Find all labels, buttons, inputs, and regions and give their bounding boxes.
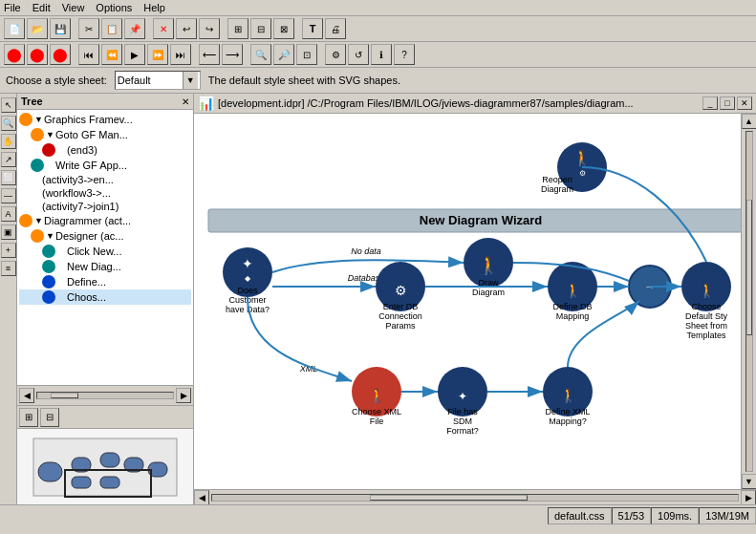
select-tool[interactable]: ↖: [1, 97, 16, 113]
stylesheet-select[interactable]: Default ▼: [115, 71, 201, 90]
refresh-button[interactable]: ↺: [348, 44, 369, 65]
expand-tool[interactable]: +: [1, 243, 16, 258]
tree-item[interactable]: (end3): [19, 142, 191, 158]
tree-item[interactable]: (activity3->en...: [19, 173, 191, 186]
open-button[interactable]: 📂: [27, 18, 48, 39]
step-fwd-button[interactable]: ⟶: [222, 44, 243, 65]
diagram-controls: _ □ ✕: [702, 96, 752, 110]
layout-button[interactable]: ⊟: [250, 18, 271, 39]
stop-button[interactable]: ⬤: [4, 44, 25, 65]
thumbnail-svg: [29, 434, 182, 501]
zoom-out-button[interactable]: 🔎: [273, 44, 294, 65]
tree-item[interactable]: ▼ Goto GF Man...: [19, 127, 191, 142]
zoom-tool[interactable]: 🔍: [1, 116, 16, 131]
tree-node-icon: [42, 275, 55, 288]
copy-button[interactable]: 📋: [101, 18, 122, 39]
diagram-area: 📊 [development.idpr] /C:/Program Files/I…: [194, 94, 756, 504]
tree-scroll-bar: ◀ ▶: [17, 385, 193, 405]
tree-item-label: Choos...: [67, 291, 106, 303]
tree-item[interactable]: (activity7->join1): [19, 200, 191, 213]
tree-close-button[interactable]: ✕: [182, 96, 189, 107]
tree-item[interactable]: Click New...: [19, 244, 191, 259]
prop-tool[interactable]: ≡: [1, 261, 16, 276]
link-tool[interactable]: —: [1, 188, 16, 203]
undo-button[interactable]: ↩: [176, 18, 197, 39]
expand-icon[interactable]: ▼: [34, 115, 44, 124]
expand-icon[interactable]: ▼: [34, 216, 44, 225]
menu-options[interactable]: Options: [96, 2, 132, 13]
tree-item[interactable]: Write GF App...: [19, 158, 191, 173]
stop2-button[interactable]: ⬤: [50, 44, 71, 65]
vscroll-down[interactable]: ▼: [742, 474, 757, 489]
tree-item-label: New Diag...: [67, 261, 121, 272]
new-button[interactable]: 📄: [4, 18, 25, 39]
text-tool[interactable]: A: [1, 206, 16, 222]
tree-item[interactable]: ▼ Graphics Framev...: [19, 112, 191, 127]
tree-scroll-right[interactable]: ▶: [176, 388, 191, 403]
svg-text:✦: ✦: [458, 390, 467, 403]
tree-collapse-all[interactable]: ⊟: [40, 408, 59, 427]
rewind-button[interactable]: ⏪: [101, 44, 122, 65]
tree-item[interactable]: Define...: [19, 274, 191, 289]
cut-button[interactable]: ✂: [78, 18, 99, 39]
zoom-in-button[interactable]: 🔍: [250, 44, 271, 65]
vscroll-thumb[interactable]: [746, 200, 752, 335]
diagram-minimize[interactable]: _: [702, 96, 718, 110]
hscroll-left[interactable]: ◀: [194, 490, 209, 505]
save-button[interactable]: 💾: [50, 18, 71, 39]
delete-button[interactable]: ✕: [153, 18, 174, 39]
paste-button[interactable]: 📌: [124, 18, 145, 39]
next-button[interactable]: ⏭: [170, 44, 191, 65]
hscroll-track[interactable]: [211, 494, 739, 502]
enter-db-label2: Connection: [378, 311, 422, 321]
vscroll-track[interactable]: [745, 131, 753, 472]
step-back-button[interactable]: ⟵: [199, 44, 220, 65]
tree-item[interactable]: ▼ Designer (ac...: [19, 228, 191, 244]
align-button[interactable]: ⊞: [227, 18, 248, 39]
help-btn[interactable]: ?: [394, 44, 415, 65]
diagram-title-text: [development.idpr] /C:/Program Files/IBM…: [218, 97, 634, 109]
expand-icon[interactable]: ▼: [46, 231, 55, 241]
menu-edit[interactable]: Edit: [32, 2, 51, 13]
diagram-close[interactable]: ✕: [737, 96, 752, 110]
prev-button[interactable]: ⏮: [78, 44, 99, 65]
hscroll-thumb[interactable]: [370, 495, 528, 501]
file-sdm-label2: SDM: [453, 417, 472, 426]
expand-icon[interactable]: ▼: [46, 130, 55, 139]
tree-item[interactable]: New Diag...: [19, 259, 191, 274]
play-button[interactable]: ▶: [124, 44, 145, 65]
record-button[interactable]: ⬤: [27, 44, 48, 65]
diagram-canvas[interactable]: 🚶 ⚙ Reopen Diagram New Diagram Wizard ✦: [194, 114, 741, 489]
redo-button[interactable]: ↪: [199, 18, 220, 39]
text-button[interactable]: T: [302, 18, 323, 39]
diagram-titlebar: 📊 [development.idpr] /C:/Program Files/I…: [194, 94, 756, 114]
diagram-maximize[interactable]: □: [720, 96, 735, 110]
print-button[interactable]: 🖨: [325, 18, 346, 39]
tree-item[interactable]: Choos...: [19, 289, 191, 305]
stylesheet-dropdown-arrow[interactable]: ▼: [183, 72, 198, 89]
info-button[interactable]: ℹ: [371, 44, 392, 65]
settings-button[interactable]: ⚙: [325, 44, 346, 65]
tree-content: ▼ Graphics Framev... ▼ Goto GF Man... (e…: [17, 110, 193, 385]
vscroll-up[interactable]: ▲: [742, 114, 757, 129]
tree-item[interactable]: (workflow3->...: [19, 186, 191, 200]
forward-button[interactable]: ⏩: [147, 44, 168, 65]
node-tool[interactable]: ⬜: [1, 170, 16, 185]
menu-help[interactable]: Help: [143, 2, 165, 13]
thumbnail-canvas[interactable]: [17, 429, 193, 504]
tree-scroll-left[interactable]: ◀: [19, 388, 34, 403]
zoom-fit-button[interactable]: ⊠: [273, 18, 294, 39]
fit-page-button[interactable]: ⊡: [296, 44, 317, 65]
tree-expand-all[interactable]: ⊞: [19, 408, 38, 427]
svg-rect-6: [72, 477, 91, 488]
pan-tool[interactable]: ✋: [1, 134, 16, 149]
menu-file[interactable]: File: [4, 2, 21, 13]
menu-view[interactable]: View: [62, 2, 85, 13]
left-sidebar-icons: ↖ 🔍 ✋ ↗ ⬜ — A ▣ + ≡: [0, 94, 17, 504]
tree-item[interactable]: ▼ Diagrammer (act...: [19, 213, 191, 228]
connect-tool[interactable]: ↗: [1, 152, 16, 167]
diagram-svg: 🚶 ⚙ Reopen Diagram New Diagram Wizard ✦: [194, 114, 741, 477]
svg-text:🚶: 🚶: [560, 388, 577, 404]
group-tool[interactable]: ▣: [1, 224, 16, 240]
hscroll-right[interactable]: ▶: [741, 490, 756, 505]
